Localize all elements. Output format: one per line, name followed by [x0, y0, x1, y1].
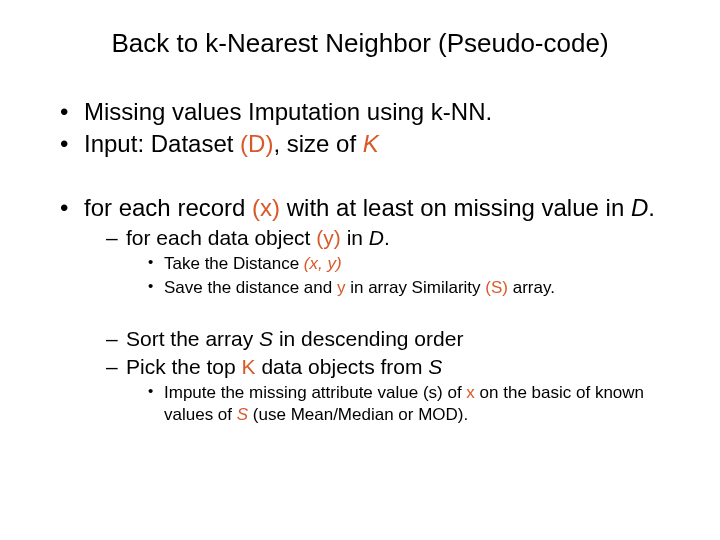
var-k: K	[242, 355, 256, 378]
text: .	[384, 226, 390, 249]
bullet-list: Missing values Imputation using k-NN. In…	[40, 97, 680, 425]
var-y: (y)	[316, 226, 341, 249]
text: with at least on missing value in	[280, 194, 631, 221]
sub-item: for each data object (y) in D. Take the …	[106, 225, 680, 298]
text: array.	[508, 278, 555, 297]
subsub-item: Impute the missing attribute value (s) o…	[148, 382, 680, 425]
text: .	[648, 194, 655, 221]
sub-list: for each data object (y) in D. Take the …	[84, 225, 680, 425]
subsub-list: Impute the missing attribute value (s) o…	[126, 382, 680, 425]
text: Take the Distance	[164, 254, 304, 273]
var-x: (x)	[252, 194, 280, 221]
var-s: S	[428, 355, 442, 378]
var-s: (S)	[485, 278, 508, 297]
subsub-item: Save the distance and y in array Similar…	[148, 277, 680, 298]
text: , size of	[273, 130, 362, 157]
var-d: D	[631, 194, 648, 221]
bullet-item: for each record (x) with at least on mis…	[60, 193, 680, 425]
sub-item: Pick the top K data objects from S Imput…	[106, 354, 680, 425]
text: in array Similarity	[345, 278, 485, 297]
text: data objects from	[256, 355, 429, 378]
sub-item: Sort the array S in descending order	[106, 326, 680, 352]
var-k: K	[363, 130, 379, 157]
text: (use Mean/Median or MOD).	[248, 405, 468, 424]
text: Input: Dataset	[84, 130, 240, 157]
slide: Back to k-Nearest Neighbor (Pseudo-code)…	[0, 0, 720, 540]
text: Pick the top	[126, 355, 242, 378]
text: for each data object	[126, 226, 316, 249]
var-x: x	[466, 383, 475, 402]
var-s: S	[259, 327, 273, 350]
var-d: (D)	[240, 130, 273, 157]
text: for each record	[84, 194, 252, 221]
text: Impute the missing attribute value (s) o…	[164, 383, 466, 402]
bullet-item: Missing values Imputation using k-NN.	[60, 97, 680, 127]
text: Save the distance and	[164, 278, 337, 297]
bullet-item: Input: Dataset (D), size of K	[60, 129, 680, 159]
var-xy: (x, y)	[304, 254, 342, 273]
slide-title: Back to k-Nearest Neighbor (Pseudo-code)	[40, 28, 680, 59]
subsub-item: Take the Distance (x, y)	[148, 253, 680, 274]
text: in	[341, 226, 369, 249]
text: Missing values Imputation using k-NN.	[84, 98, 492, 125]
subsub-list: Take the Distance (x, y) Save the distan…	[126, 253, 680, 298]
var-s: S	[237, 405, 248, 424]
text: in descending order	[273, 327, 463, 350]
text: Sort the array	[126, 327, 259, 350]
var-d: D	[369, 226, 384, 249]
